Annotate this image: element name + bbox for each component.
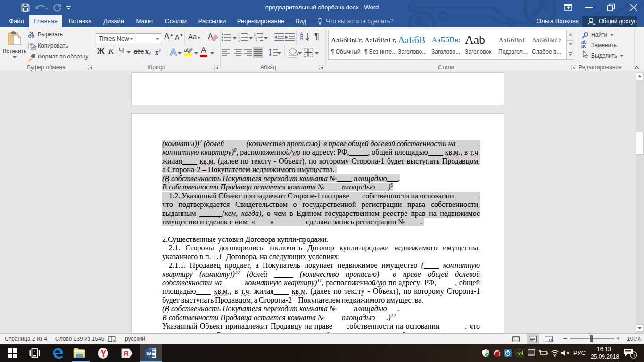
svg-text:i: i xyxy=(256,39,257,42)
svg-text:Я: Я xyxy=(124,349,129,357)
svg-text:3: 3 xyxy=(238,39,240,42)
svg-text:W: W xyxy=(147,351,152,356)
svg-text:1: 1 xyxy=(238,33,240,36)
svg-text:A: A xyxy=(170,47,177,57)
svg-text:1: 1 xyxy=(254,33,256,36)
svg-text:1: 1 xyxy=(633,353,636,358)
